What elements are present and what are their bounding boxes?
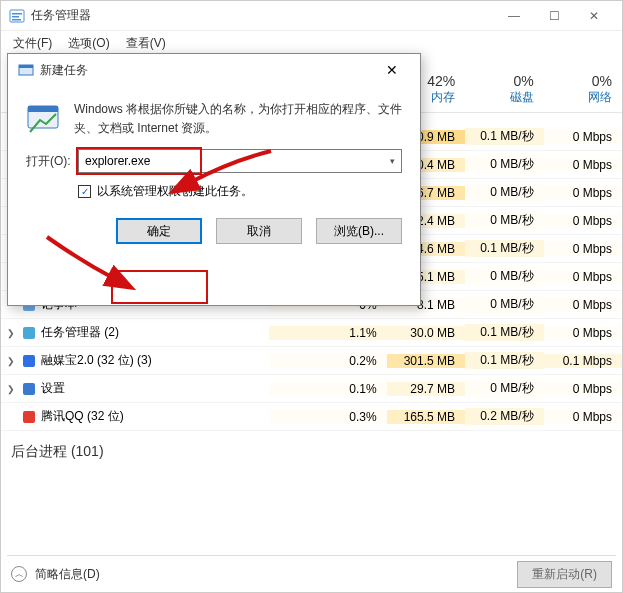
table-row[interactable]: ❯设置0.1%29.7 MB0 MB/秒0 Mbps xyxy=(1,375,622,403)
fewer-details-button[interactable]: ︿ 简略信息(D) xyxy=(11,566,100,583)
svg-rect-2 xyxy=(12,16,19,18)
cpu-cell: 0.3% xyxy=(269,410,386,424)
cpu-cell: 0.2% xyxy=(269,354,386,368)
disk-cell: 0.1 MB/秒 xyxy=(465,128,543,145)
browse-button[interactable]: 浏览(B)... xyxy=(316,218,402,244)
admin-checkbox-label: 以系统管理权限创建此任务。 xyxy=(97,183,253,200)
run-dialog-icon xyxy=(18,62,34,78)
table-row[interactable]: 腾讯QQ (32 位)0.3%165.5 MB0.2 MB/秒0 Mbps xyxy=(1,403,622,431)
maximize-button[interactable]: ☐ xyxy=(534,1,574,31)
expand-icon[interactable]: ❯ xyxy=(7,384,17,394)
open-combobox[interactable]: ▾ xyxy=(78,149,402,173)
run-icon xyxy=(26,100,62,136)
process-name: 任务管理器 (2) xyxy=(41,324,119,341)
cpu-cell: 1.1% xyxy=(269,326,386,340)
dialog-title-bar: 新建任务 ✕ xyxy=(8,54,420,86)
svg-rect-6 xyxy=(23,327,35,339)
disk-cell: 0.1 MB/秒 xyxy=(465,240,543,257)
svg-rect-11 xyxy=(19,65,33,68)
window-title: 任务管理器 xyxy=(31,7,494,24)
minimize-button[interactable]: — xyxy=(494,1,534,31)
task-manager-icon xyxy=(9,8,25,24)
memory-cell: 30.0 MB xyxy=(387,326,465,340)
column-network[interactable]: 0% 网络 xyxy=(544,67,622,112)
expand-icon[interactable]: ❯ xyxy=(7,328,17,338)
disk-cell: 0 MB/秒 xyxy=(465,380,543,397)
table-row[interactable]: ❯融媒宝2.0 (32 位) (3)0.2%301.5 MB0.1 MB/秒0.… xyxy=(1,347,622,375)
open-input[interactable] xyxy=(79,150,383,172)
svg-rect-7 xyxy=(23,355,35,367)
network-cell: 0.1 Mbps xyxy=(544,354,622,368)
svg-rect-13 xyxy=(28,106,58,112)
network-cell: 0 Mbps xyxy=(544,410,622,424)
network-cell: 0 Mbps xyxy=(544,326,622,340)
ok-button[interactable]: 确定 xyxy=(116,218,202,244)
admin-checkbox[interactable]: ✓ xyxy=(78,185,91,198)
disk-cell: 0.1 MB/秒 xyxy=(465,324,543,341)
menu-options[interactable]: 选项(O) xyxy=(62,33,115,54)
svg-rect-9 xyxy=(23,411,35,423)
memory-cell: 301.5 MB xyxy=(387,354,465,368)
menu-file[interactable]: 文件(F) xyxy=(7,33,58,54)
disk-cell: 0 MB/秒 xyxy=(465,296,543,313)
network-cell: 0 Mbps xyxy=(544,130,622,144)
disk-cell: 0.1 MB/秒 xyxy=(465,352,543,369)
process-icon xyxy=(21,353,37,369)
process-icon xyxy=(21,409,37,425)
network-cell: 0 Mbps xyxy=(544,242,622,256)
chevron-up-icon: ︿ xyxy=(11,566,27,582)
network-cell: 0 Mbps xyxy=(544,214,622,228)
disk-cell: 0.2 MB/秒 xyxy=(465,408,543,425)
memory-cell: 29.7 MB xyxy=(387,382,465,396)
disk-cell: 0 MB/秒 xyxy=(465,184,543,201)
network-cell: 0 Mbps xyxy=(544,158,622,172)
network-cell: 0 Mbps xyxy=(544,298,622,312)
dropdown-icon[interactable]: ▾ xyxy=(383,156,401,166)
disk-cell: 0 MB/秒 xyxy=(465,268,543,285)
task-manager-window: 任务管理器 — ☐ ✕ 文件(F) 选项(O) 查看(V) 42% 内存 0% … xyxy=(0,0,623,593)
menu-bar: 文件(F) 选项(O) 查看(V) xyxy=(1,31,622,55)
network-cell: 0 Mbps xyxy=(544,270,622,284)
dialog-message: Windows 将根据你所键入的名称，为你打开相应的程序、文件夹、文档或 Int… xyxy=(74,100,402,137)
annotation-box-ok xyxy=(111,270,208,304)
cpu-cell: 0.1% xyxy=(269,382,386,396)
network-cell: 0 Mbps xyxy=(544,382,622,396)
expand-icon[interactable]: ❯ xyxy=(7,356,17,366)
menu-view[interactable]: 查看(V) xyxy=(120,33,172,54)
cancel-button[interactable]: 取消 xyxy=(216,218,302,244)
network-cell: 0 Mbps xyxy=(544,186,622,200)
title-bar: 任务管理器 — ☐ ✕ xyxy=(1,1,622,31)
process-icon xyxy=(21,381,37,397)
disk-cell: 0 MB/秒 xyxy=(465,156,543,173)
new-task-dialog: 新建任务 ✕ Windows 将根据你所键入的名称，为你打开相应的程序、文件夹、… xyxy=(7,53,421,306)
column-disk[interactable]: 0% 磁盘 xyxy=(465,67,543,112)
disk-cell: 0 MB/秒 xyxy=(465,212,543,229)
restart-button[interactable]: 重新启动(R) xyxy=(517,561,612,588)
process-name: 设置 xyxy=(41,380,65,397)
section-background-processes: 后台进程 (101) xyxy=(1,431,622,467)
memory-cell: 165.5 MB xyxy=(387,410,465,424)
svg-rect-8 xyxy=(23,383,35,395)
process-icon xyxy=(21,325,37,341)
table-row[interactable]: ❯任务管理器 (2)1.1%30.0 MB0.1 MB/秒0 Mbps xyxy=(1,319,622,347)
dialog-close-button[interactable]: ✕ xyxy=(374,56,410,84)
process-name: 融媒宝2.0 (32 位) (3) xyxy=(41,352,152,369)
svg-rect-1 xyxy=(12,13,22,15)
dialog-title: 新建任务 xyxy=(40,62,374,79)
close-window-button[interactable]: ✕ xyxy=(574,1,614,31)
process-name: 腾讯QQ (32 位) xyxy=(41,408,124,425)
svg-rect-3 xyxy=(12,19,21,21)
footer: ︿ 简略信息(D) 重新启动(R) xyxy=(1,556,622,592)
open-label: 打开(O): xyxy=(26,153,72,170)
